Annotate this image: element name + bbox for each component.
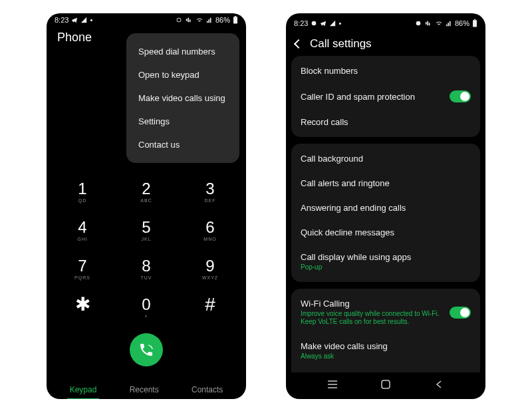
settings-group-3: Wi-Fi Calling Improve voice quality whil… <box>291 289 480 373</box>
key-8[interactable]: 8TUV <box>117 251 176 288</box>
phone-dialer-screen: 8:23 • 86% Phone Speed dial numbers Open… <box>47 13 246 399</box>
row-call-background[interactable]: Call background <box>291 146 480 171</box>
menu-video-calls[interactable]: Make video calls using <box>126 86 239 110</box>
battery-icon <box>472 19 477 27</box>
key-digit: 3 <box>205 181 214 197</box>
key-2[interactable]: 2ABC <box>117 174 176 211</box>
battery-percent: 86% <box>455 19 469 27</box>
key-letters: TUV <box>141 275 152 281</box>
tab-keypad[interactable]: Keypad <box>67 381 100 399</box>
svg-rect-4 <box>474 19 475 20</box>
nav-bar <box>286 372 485 399</box>
label: Answering and ending calls <box>301 203 471 213</box>
call-button[interactable] <box>130 333 163 366</box>
cell-icon <box>206 17 213 23</box>
signal-icon <box>329 20 336 27</box>
key-digit: 6 <box>205 219 214 235</box>
toggle-caller-id[interactable] <box>450 90 471 102</box>
key-letters: PQRS <box>74 275 90 281</box>
label: Record calls <box>301 117 471 127</box>
menu-contact-us[interactable]: Contact us <box>126 133 239 156</box>
key-digit: 5 <box>142 219 150 235</box>
phone-icon <box>138 342 154 358</box>
key-letters: QD <box>78 198 87 204</box>
key-letters: JKL <box>141 237 151 242</box>
sublabel: Improve voice quality while connected to… <box>301 310 450 327</box>
key-digit: ✱ <box>75 295 90 314</box>
row-video-calls[interactable]: Make video calls using Always ask <box>291 334 480 368</box>
svg-rect-0 <box>233 17 237 23</box>
label: Call alerts and ringtone <box>301 178 471 188</box>
label: Caller ID and spam protection <box>301 92 450 102</box>
key-letters: WXYZ <box>202 275 218 281</box>
key-letters: + <box>144 314 148 319</box>
back-button[interactable] <box>294 39 303 49</box>
alarm-icon <box>415 20 422 27</box>
key-digit: 0 <box>142 297 150 313</box>
status-time: 8:23 <box>294 19 308 27</box>
wifi-icon <box>435 20 443 27</box>
alarm-icon <box>176 17 182 23</box>
call-settings-screen: 8:23 • 86% Call settings Block numbers C… <box>286 13 485 399</box>
key-3[interactable]: 3DEF <box>181 174 239 211</box>
key-digit: 8 <box>142 258 150 274</box>
tab-recents[interactable]: Recents <box>127 381 162 399</box>
row-block-numbers[interactable]: Block numbers <box>291 59 480 83</box>
row-call-alerts[interactable]: Call alerts and ringtone <box>291 171 480 196</box>
row-call-display[interactable]: Call display while using apps Pop-up <box>291 245 480 279</box>
settings-list[interactable]: Block numbers Caller ID and spam protect… <box>286 56 485 372</box>
key-9[interactable]: 9WXYZ <box>181 251 239 288</box>
key-digit: 9 <box>205 258 214 274</box>
key-0[interactable]: 0+ <box>117 289 176 327</box>
menu-speed-dial[interactable]: Speed dial numbers <box>126 40 239 63</box>
sublabel: Pop-up <box>301 263 471 272</box>
key-letters: DEF <box>205 198 216 204</box>
settings-group-2: Call background Call alerts and ringtone… <box>291 144 480 282</box>
row-answering[interactable]: Answering and ending calls <box>291 196 480 220</box>
alarm-icon <box>311 20 317 27</box>
key-1[interactable]: 1QD <box>53 174 112 211</box>
key-hash[interactable]: # <box>181 289 239 327</box>
toggle-wifi-calling[interactable] <box>450 307 471 319</box>
settings-group-1: Block numbers Caller ID and spam protect… <box>291 56 480 137</box>
key-digit: # <box>205 295 215 314</box>
volte-icon <box>424 20 432 27</box>
nav-back[interactable] <box>429 380 449 389</box>
status-bar: 8:23 • 86% <box>47 13 246 24</box>
label: Wi-Fi Calling <box>301 299 450 309</box>
row-quick-decline[interactable]: Quick decline messages <box>291 220 480 245</box>
key-6[interactable]: 6MNO <box>181 212 239 249</box>
key-letters: MNO <box>203 237 216 242</box>
key-digit: 7 <box>78 258 86 274</box>
key-letters: ABC <box>140 198 152 204</box>
row-voicemail[interactable]: Voicemail <box>291 368 480 372</box>
key-5[interactable]: 5JKL <box>117 212 176 249</box>
settings-header: Call settings <box>286 31 485 56</box>
key-digit: 2 <box>142 181 150 197</box>
key-7[interactable]: 7PQRS <box>53 251 112 288</box>
nav-recents[interactable] <box>323 380 342 389</box>
row-wifi-calling[interactable]: Wi-Fi Calling Improve voice quality whil… <box>291 291 480 334</box>
volte-icon <box>185 17 193 23</box>
bottom-tabs: Keypad Recents Contacts <box>47 381 246 399</box>
label: Make video calls using <box>301 341 471 351</box>
row-record-calls[interactable]: Record calls <box>291 110 480 134</box>
svg-rect-1 <box>235 16 236 17</box>
row-caller-id[interactable]: Caller ID and spam protection <box>291 83 480 110</box>
wifi-icon <box>196 17 203 23</box>
sublabel: Always ask <box>301 352 471 361</box>
key-star[interactable]: ✱ <box>53 289 112 327</box>
tab-contacts[interactable]: Contacts <box>189 381 225 399</box>
label: Call display while using apps <box>301 252 471 262</box>
page-title: Call settings <box>310 37 372 51</box>
menu-settings[interactable]: Settings <box>126 110 239 133</box>
key-4[interactable]: 4GHI <box>53 212 112 249</box>
cell-icon <box>446 20 452 27</box>
status-bar: 8:23 • 86% <box>286 13 485 31</box>
nav-home[interactable] <box>376 380 396 389</box>
telegram-icon <box>71 17 78 23</box>
overflow-menu: Speed dial numbers Open to keypad Make v… <box>126 33 239 163</box>
menu-open-keypad[interactable]: Open to keypad <box>126 63 239 86</box>
key-digit: 1 <box>78 181 86 197</box>
label: Quick decline messages <box>301 227 471 237</box>
